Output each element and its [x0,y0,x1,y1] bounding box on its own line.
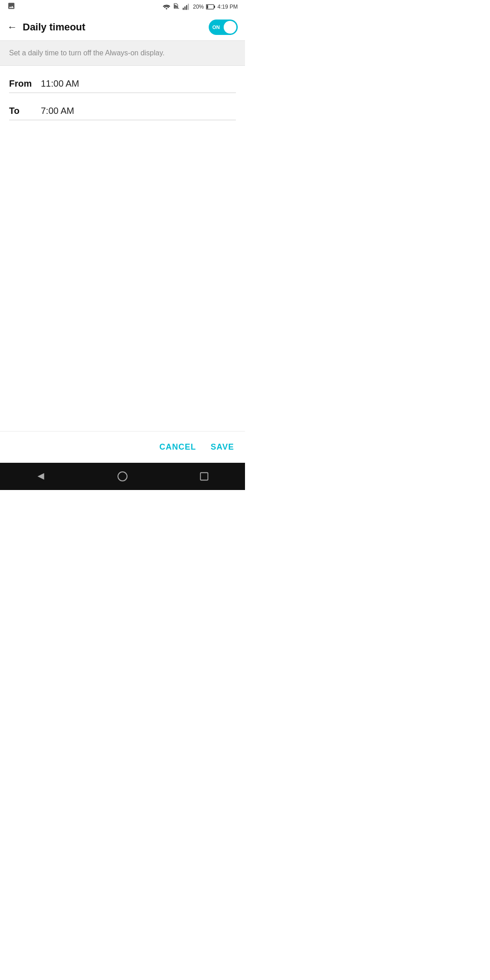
svg-rect-6 [207,5,208,9]
description-text: Set a daily time to turn off the Always-… [9,49,165,57]
nav-back-button[interactable] [34,470,47,483]
nav-home-icon [117,471,128,482]
battery-icon [206,4,215,10]
nav-recents-icon [199,471,209,481]
svg-marker-7 [38,473,44,480]
to-label: To [9,106,41,116]
svg-rect-2 [186,5,187,10]
image-icon [7,2,15,10]
nav-bar [0,463,245,490]
svg-rect-3 [188,4,189,10]
time-settings: From 11:00 AM To 7:00 AM [0,66,245,120]
svg-rect-9 [201,473,208,480]
toggle-container[interactable]: ON [209,20,238,35]
svg-point-8 [118,472,127,481]
to-row[interactable]: To 7:00 AM [9,93,236,120]
toggle-knob [224,21,236,34]
page-title: Daily timeout [23,21,209,33]
toggle-label: ON [212,24,220,30]
from-row[interactable]: From 11:00 AM [9,66,236,93]
status-bar: 20% 4:19 PM [0,0,245,14]
nav-recents-button[interactable] [198,470,211,483]
svg-rect-1 [185,6,186,10]
from-label: From [9,78,41,89]
description-banner: Set a daily time to turn off the Always-… [0,41,245,66]
wifi-icon [162,4,171,10]
nav-home-button[interactable] [116,470,129,483]
status-time: 4:19 PM [217,4,238,10]
from-value: 11:00 AM [41,78,236,89]
back-button[interactable]: ← [7,21,17,33]
save-button[interactable]: SAVE [211,442,234,452]
cancel-button[interactable]: CANCEL [159,442,196,452]
status-bar-left [7,2,15,12]
svg-rect-5 [214,6,216,8]
svg-rect-0 [183,8,184,10]
no-sim-icon [173,3,180,10]
toggle-switch[interactable]: ON [209,20,238,35]
nav-back-icon [36,471,46,481]
status-icons: 20% 4:19 PM [162,3,238,10]
action-bar: CANCEL SAVE [0,431,245,463]
to-value: 7:00 AM [41,106,236,116]
signal-icon [182,4,191,10]
battery-percentage: 20% [193,4,204,10]
toolbar: ← Daily timeout ON [0,14,245,41]
